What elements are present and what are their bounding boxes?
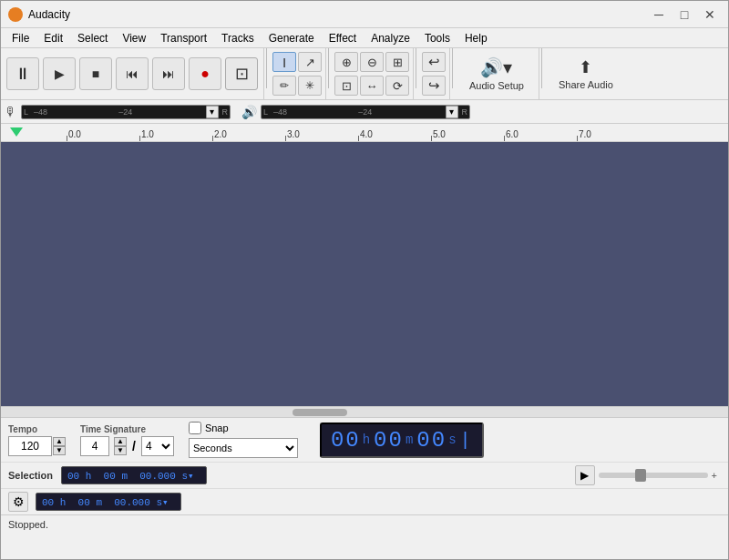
select-tool-button[interactable]: I bbox=[272, 52, 296, 72]
timesig-num-down-button[interactable]: ▼ bbox=[114, 446, 127, 455]
app-title: Audacity bbox=[28, 8, 648, 21]
play-button[interactable]: ▶ bbox=[43, 57, 76, 90]
envelope-tool-button[interactable]: ↗ bbox=[298, 52, 322, 72]
menu-item-help[interactable]: Help bbox=[457, 30, 495, 46]
ruler: 0.0 1.0 2.0 3.0 4.0 5.0 6.0 7.0 bbox=[1, 124, 728, 142]
scrollbar-thumb[interactable] bbox=[293, 409, 347, 416]
audio-setup-section: 🔊▾ Audio Setup bbox=[455, 48, 539, 99]
timesig-group: Time Signature ▲ ▼ / 4 2 8 16 bbox=[80, 424, 174, 456]
play-controls: ▶ + bbox=[575, 465, 717, 485]
tempo-spinner: ▲ ▼ bbox=[53, 437, 66, 455]
menu-item-view[interactable]: View bbox=[115, 30, 153, 46]
timesig-numerator-input[interactable] bbox=[80, 436, 109, 456]
minimize-button[interactable]: ─ bbox=[648, 5, 670, 25]
time-h-label: h bbox=[363, 433, 372, 447]
app-icon bbox=[8, 7, 23, 22]
status-bar: Stopped. bbox=[1, 514, 728, 533]
menu-item-tools[interactable]: Tools bbox=[417, 30, 457, 46]
pause-button[interactable]: ⏸ bbox=[6, 57, 39, 90]
snap-group: Snap Seconds Beats Samples bbox=[189, 422, 298, 458]
playback-meter-icon: 🔊 bbox=[241, 105, 257, 119]
meter-toolbar: 🎙 L –48 –24 ▾ R 🔊 L –48 –24 ▾ R bbox=[1, 100, 728, 124]
playback-meter-bar: L –48 –24 ▾ R bbox=[261, 105, 470, 119]
undoredo-section: ↩ ↪ bbox=[418, 48, 450, 99]
selection-start-value: 00 h 00 m 00.000 s▾ bbox=[67, 470, 194, 482]
tools-row2: ✏ ✳ bbox=[272, 74, 322, 97]
ruler-content: 0.0 1.0 2.0 3.0 4.0 5.0 6.0 7.0 bbox=[12, 124, 650, 141]
share-audio-button[interactable]: ⬆ Share Audio bbox=[551, 54, 621, 94]
zoom-in-button[interactable]: ⊕ bbox=[334, 52, 358, 72]
zoom-toggle-button[interactable]: ⟳ bbox=[385, 76, 409, 96]
timesig-denominator-select[interactable]: 4 2 8 16 bbox=[141, 436, 174, 456]
snap-unit-select[interactable]: Seconds Beats Samples bbox=[189, 438, 298, 458]
tempo-up-button[interactable]: ▲ bbox=[53, 437, 66, 446]
play-small-button[interactable]: ▶ bbox=[575, 465, 595, 485]
undoredo-row2: ↪ bbox=[422, 74, 446, 97]
timesig-num-up-button[interactable]: ▲ bbox=[114, 437, 127, 446]
time-seconds: 00 bbox=[416, 428, 447, 453]
menu-item-edit[interactable]: Edit bbox=[36, 30, 70, 46]
share-audio-label: Share Audio bbox=[559, 79, 613, 90]
time-lcd: 00 h 00 m 00 s | bbox=[320, 423, 484, 458]
snap-checkbox[interactable] bbox=[189, 422, 201, 434]
redo-button[interactable]: ↪ bbox=[422, 76, 446, 96]
ruler-mark-4: 4.0 bbox=[358, 129, 431, 141]
track-content[interactable] bbox=[1, 142, 728, 406]
audio-setup-icon: 🔊▾ bbox=[480, 56, 512, 78]
play-speed-max: + bbox=[712, 470, 717, 481]
playback-meter-dropdown[interactable]: ▾ bbox=[446, 106, 458, 118]
ruler-mark-3: 3.0 bbox=[285, 129, 358, 141]
zoom-section: ⊕ ⊖ ⊞ ⊡ ↔ ⟳ bbox=[331, 48, 414, 99]
time-m-label: m bbox=[406, 433, 415, 447]
menu-item-generate[interactable]: Generate bbox=[262, 30, 322, 46]
record-meter-dropdown[interactable]: ▾ bbox=[206, 106, 219, 118]
record-meter-bar: L –48 –24 ▾ R bbox=[21, 105, 231, 119]
zoom-out-button[interactable]: ⊖ bbox=[360, 52, 384, 72]
menu-item-select[interactable]: Select bbox=[70, 30, 115, 46]
timesig-numerator-spinner: ▲ ▼ bbox=[114, 437, 127, 455]
menu-item-analyze[interactable]: Analyze bbox=[364, 30, 417, 46]
record-button[interactable]: ● bbox=[189, 57, 221, 90]
snap-label: Snap bbox=[205, 423, 229, 433]
playhead-marker bbox=[10, 127, 23, 137]
tempo-down-button[interactable]: ▼ bbox=[53, 446, 66, 455]
loop-button[interactable]: ⊡ bbox=[225, 57, 258, 90]
maximize-button[interactable]: □ bbox=[673, 5, 695, 25]
zoom-width-button[interactable]: ↔ bbox=[360, 76, 384, 96]
tools-row1: I ↗ bbox=[272, 50, 322, 74]
draw-tool-button[interactable]: ✏ bbox=[272, 76, 296, 96]
bottom-row3: ⚙ 00 h 00 m 00.000 s▾ bbox=[1, 489, 728, 514]
menu-item-tracks[interactable]: Tracks bbox=[214, 30, 262, 46]
tempo-group: Tempo ▲ ▼ bbox=[8, 424, 66, 456]
fit-project-button[interactable]: ⊞ bbox=[385, 52, 409, 72]
undo-button[interactable]: ↩ bbox=[422, 52, 446, 72]
record-meter-icon: 🎙 bbox=[5, 105, 17, 119]
time-hours: 00 bbox=[331, 428, 361, 453]
selection-end-value: 00 h 00 m 00.000 s▾ bbox=[42, 496, 169, 508]
tempo-input[interactable] bbox=[8, 436, 52, 456]
menu-item-file[interactable]: File bbox=[5, 30, 36, 46]
selection-settings-button[interactable]: ⚙ bbox=[8, 492, 28, 512]
close-button[interactable]: ✕ bbox=[699, 5, 721, 25]
selection-end-field: 00 h 00 m 00.000 s▾ bbox=[36, 493, 181, 511]
time-display: 00 h 00 m 00 s | bbox=[320, 423, 484, 458]
audio-setup-label: Audio Setup bbox=[469, 80, 524, 91]
divider-zoom-undoredo bbox=[416, 48, 416, 88]
ruler-mark-0: 0.0 bbox=[67, 129, 139, 141]
skip-end-button[interactable]: ⏭ bbox=[152, 57, 185, 90]
share-audio-section: ⬆ Share Audio bbox=[544, 48, 628, 99]
menu-item-transport[interactable]: Transport bbox=[153, 30, 214, 46]
timesig-label: Time Signature bbox=[80, 424, 174, 434]
play-speed-slider[interactable] bbox=[599, 473, 708, 478]
skip-start-button[interactable]: ⏮ bbox=[116, 57, 149, 90]
menu-item-effect[interactable]: Effect bbox=[322, 30, 364, 46]
multitool-button[interactable]: ✳ bbox=[298, 76, 322, 96]
stop-button[interactable]: ■ bbox=[79, 57, 112, 90]
timesig-row: ▲ ▼ / 4 2 8 16 bbox=[80, 436, 174, 456]
share-audio-icon: ⬆ bbox=[579, 57, 592, 77]
audio-setup-button[interactable]: 🔊▾ Audio Setup bbox=[462, 53, 531, 95]
ruler-mark-2: 2.0 bbox=[212, 129, 285, 141]
undoredo-row1: ↩ bbox=[422, 50, 446, 74]
zoom-sel-button[interactable]: ⊡ bbox=[334, 76, 358, 96]
horizontal-scrollbar[interactable] bbox=[1, 406, 728, 417]
